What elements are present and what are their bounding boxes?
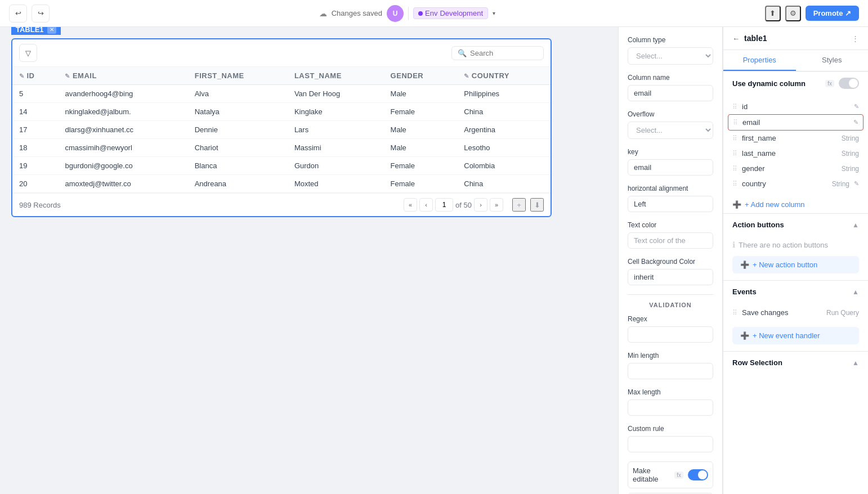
col-header-last-name[interactable]: LAST_NAME <box>288 67 384 85</box>
table-widget: TABLE1 ✕ ▽ 🔍 ✎ID ✎EMAIL <box>11 38 552 217</box>
cell-bg-label: Cell Background Color <box>628 258 713 266</box>
search-input[interactable] <box>470 49 538 57</box>
new-event-plus-icon: ➕ <box>740 331 749 340</box>
dynamic-column-fx[interactable]: fx <box>825 80 834 87</box>
promote-label: Promote ↗ <box>813 9 851 17</box>
add-row-button[interactable]: + <box>512 198 526 212</box>
page-next-button[interactable]: › <box>474 198 487 212</box>
text-color-input[interactable] <box>628 232 713 249</box>
table-row[interactable]: 14nkinglaked@jalbum.NatalyaKinglakeFemal… <box>12 103 551 121</box>
cell-email: avanderhoog4@bing <box>58 85 187 103</box>
redo-button[interactable]: ↪ <box>32 5 50 23</box>
key-input[interactable] <box>628 159 713 176</box>
col-type-label: String <box>832 180 849 188</box>
filter-button[interactable]: ▽ <box>19 44 37 62</box>
events-section-header[interactable]: Events ▲ <box>723 281 868 303</box>
overflow-select[interactable]: Select... <box>628 122 713 139</box>
custom-rule-label: Custom rule <box>628 425 713 433</box>
back-arrow-icon[interactable]: ← <box>732 34 740 43</box>
cell-country: Colombia <box>457 157 551 175</box>
pagination: « ‹ of 50 › » <box>404 198 503 212</box>
col-drag-handle-icon[interactable]: ⠿ <box>732 180 737 188</box>
share-button[interactable]: ⬆ <box>765 6 781 21</box>
settings-icon: ⚙ <box>790 9 797 17</box>
action-buttons-section-header[interactable]: Action buttons ▲ <box>723 214 868 236</box>
search-box[interactable]: 🔍 <box>451 46 544 60</box>
max-length-label: Max length <box>628 388 713 396</box>
env-badge[interactable]: Env Development <box>413 7 488 19</box>
column-list-item[interactable]: ⠿genderString <box>723 161 868 176</box>
search-icon: 🔍 <box>458 49 467 57</box>
table-row[interactable]: 19bgurdoni@google.coBlancaGurdonFemaleCo… <box>12 157 551 175</box>
text-color-label: Text color <box>628 221 713 229</box>
cloud-icon: ☁ <box>319 9 327 18</box>
regex-input[interactable] <box>628 326 713 343</box>
table-row[interactable]: 18cmassimih@newyorlChariotMassimiMaleLes… <box>12 139 551 157</box>
export-button[interactable]: ⬇ <box>530 198 544 212</box>
row-selection-section-header[interactable]: Row Selection ▲ <box>723 352 868 374</box>
top-header: ↩ ↪ ☁ Changes saved U Env Development ▾ … <box>0 0 868 27</box>
col-header-country[interactable]: ✎COUNTRY <box>457 67 551 85</box>
column-type-select[interactable]: Select... <box>628 47 713 65</box>
column-list-item[interactable]: ⠿last_nameString <box>723 146 868 161</box>
column-name-section: Column name <box>628 74 713 101</box>
tab-styles[interactable]: Styles <box>796 50 869 71</box>
col-header-email[interactable]: ✎EMAIL <box>58 67 187 85</box>
page-first-button[interactable]: « <box>404 198 417 212</box>
cell-first_name: Natalya <box>188 103 288 121</box>
col-edit-icon[interactable]: ✎ <box>853 119 858 126</box>
dynamic-column-toggle[interactable] <box>839 78 859 89</box>
new-event-handler-button[interactable]: ➕ + New event handler <box>732 327 859 344</box>
cell-country: China <box>457 103 551 121</box>
cell-bg-input[interactable] <box>628 269 713 285</box>
col-edit-icon[interactable]: ✎ <box>854 103 859 110</box>
settings-button[interactable]: ⚙ <box>785 6 801 21</box>
col-name-label: gender <box>742 164 837 173</box>
col-drag-handle-icon[interactable]: ⠿ <box>733 119 738 127</box>
page-input[interactable] <box>435 198 453 212</box>
col-header-gender[interactable]: GENDER <box>384 67 458 85</box>
column-name-input[interactable] <box>628 85 713 101</box>
col-edit-icon[interactable]: ✎ <box>854 180 859 187</box>
table-row[interactable]: 17dlarsg@xinhuanet.ccDennieLarsMaleArgen… <box>12 121 551 139</box>
col-drag-handle-icon[interactable]: ⠿ <box>732 165 737 173</box>
add-column-button[interactable]: ➕ + Add new column <box>723 196 868 213</box>
canvas-area[interactable]: TABLE1 ✕ ▽ 🔍 ✎ID ✎EMAIL <box>0 27 618 494</box>
col-header-id[interactable]: ✎ID <box>12 67 58 85</box>
max-length-input[interactable] <box>628 399 713 416</box>
more-options-icon[interactable]: ⋮ <box>852 34 859 43</box>
col-drag-handle-icon[interactable]: ⠿ <box>732 150 737 158</box>
min-length-input[interactable] <box>628 363 713 379</box>
cell-email: cmassimih@newyorl <box>58 139 187 157</box>
column-list-item[interactable]: ⠿first_nameString <box>723 131 868 146</box>
env-chevron-icon[interactable]: ▾ <box>493 10 495 16</box>
table-row[interactable]: 20amoxtedj@twitter.coAndreanaMoxtedFemal… <box>12 175 551 193</box>
env-name: Development <box>440 9 483 17</box>
widget-delete-button[interactable]: ✕ <box>47 27 56 34</box>
col-drag-handle-icon[interactable]: ⠿ <box>732 103 737 111</box>
key-label: key <box>628 148 713 156</box>
column-list-item[interactable]: ⠿email✎ <box>728 114 863 131</box>
tab-properties[interactable]: Properties <box>723 50 796 71</box>
promote-button[interactable]: Promote ↗ <box>806 6 859 21</box>
cell-last_name: Van Der Hoog <box>288 85 384 103</box>
make-editable-toggle[interactable] <box>688 469 708 480</box>
undo-button[interactable]: ↩ <box>9 5 27 23</box>
header-left: ↩ ↪ <box>9 5 50 23</box>
alignment-input[interactable] <box>628 196 713 212</box>
col-drag-handle-icon[interactable]: ⠿ <box>732 134 737 142</box>
make-editable-fx[interactable]: fx <box>674 471 683 479</box>
new-action-button[interactable]: ➕ + New action button <box>732 256 859 273</box>
col-header-first-name[interactable]: FIRST_NAME <box>188 67 288 85</box>
table-row[interactable]: 5avanderhoog4@bingAlvaVan Der HoogMalePh… <box>12 85 551 103</box>
column-list-item[interactable]: ⠿id✎ <box>723 99 868 114</box>
custom-rule-input[interactable] <box>628 436 713 452</box>
regex-label: Regex <box>628 315 713 323</box>
event-drag-handle-icon[interactable]: ⠿ <box>732 309 737 317</box>
column-list-item[interactable]: ⠿countryString✎ <box>723 176 868 191</box>
page-last-button[interactable]: » <box>490 198 503 212</box>
new-event-label: + New event handler <box>753 331 820 340</box>
page-prev-button[interactable]: ‹ <box>419 198 433 212</box>
add-column-plus-icon: ➕ <box>732 200 741 209</box>
col-type-label: String <box>842 165 859 173</box>
